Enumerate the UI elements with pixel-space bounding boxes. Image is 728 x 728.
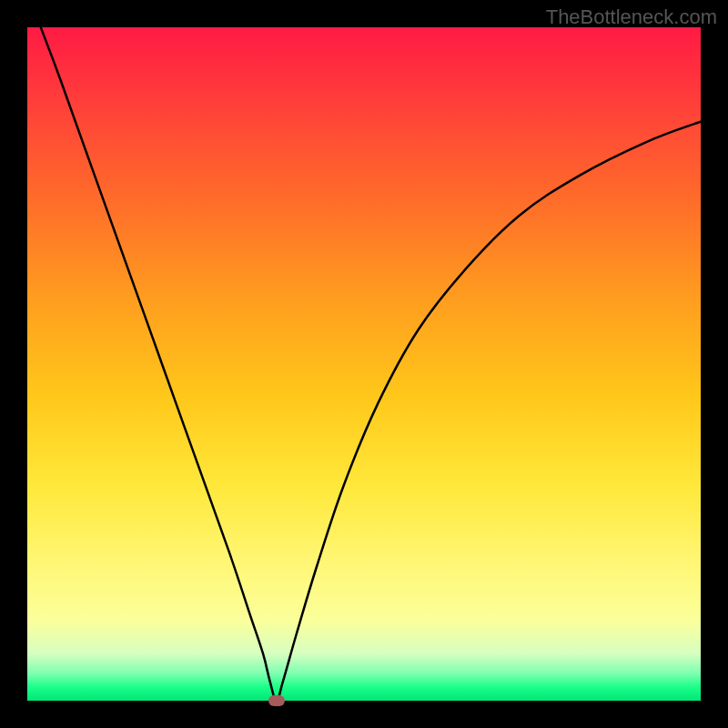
minimum-marker [268,695,285,706]
chart-plot-area [27,27,701,701]
bottleneck-curve [27,27,701,701]
watermark-text: TheBottleneck.com [546,5,717,29]
